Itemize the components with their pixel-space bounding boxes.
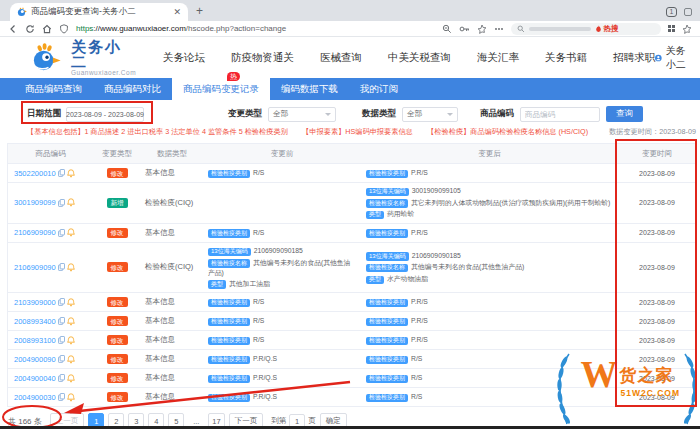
home-icon[interactable] xyxy=(42,24,52,34)
table-body: 3502200010 修改 基本信息 检验检疫类别R/S 检验检疫类别P.R/S… xyxy=(8,164,696,406)
hs-code-link[interactable]: 2103909000 xyxy=(14,298,56,307)
copy-icon[interactable] xyxy=(58,199,65,207)
nav-item[interactable]: 关务论坛 xyxy=(163,51,205,65)
url-text[interactable]: https ://www.guanwuxiaoer.com /hscode.ph… xyxy=(76,24,286,33)
copy-icon[interactable] xyxy=(58,355,65,363)
bell-icon[interactable] xyxy=(67,336,75,345)
copy-icon[interactable] xyxy=(58,169,65,177)
hs-code-link[interactable]: 2106909090 xyxy=(14,228,56,237)
bell-icon[interactable] xyxy=(67,228,75,237)
favorites-star-icon[interactable] xyxy=(682,24,692,34)
bell-icon[interactable] xyxy=(67,198,75,207)
new-tab-icon[interactable]: + xyxy=(196,4,203,18)
field-tag: 检验检疫类别 xyxy=(208,337,250,346)
change-detail-line: 检验检疫类别R/S xyxy=(366,392,422,402)
bell-icon[interactable] xyxy=(67,393,75,402)
hs-code-link[interactable]: 3001909099 xyxy=(14,198,56,207)
hs-code-link[interactable]: 2004900030 xyxy=(14,393,56,402)
key-icon[interactable] xyxy=(459,24,470,34)
site-logo[interactable]: 关务小二 Guanwuxiaoer.Com xyxy=(30,39,137,76)
copy-icon[interactable] xyxy=(58,393,65,401)
change-detail-line: 检验检疫名称其他编号未列名的食品(其他鱼油产品) xyxy=(366,262,524,272)
hot-badge: 热 xyxy=(227,72,240,81)
nav-item[interactable]: 中美关税查询 xyxy=(388,51,451,65)
data-type-label: 数据类型 xyxy=(362,108,396,120)
shield-icon[interactable] xyxy=(59,24,69,34)
tool-tab[interactable]: 商品编码查询 xyxy=(14,78,93,100)
table-row: 3502200010 修改 基本信息 检验检疫类别R/S 检验检疫类别P.R/S… xyxy=(8,164,696,183)
hs-code-link[interactable]: 2008993100 xyxy=(14,336,56,345)
table-row: 2008993400 修改 基本信息 检验检疫类别R/S 检验检疫类别P.R/S… xyxy=(8,312,696,331)
user-area[interactable]: 关务小二 xyxy=(655,44,688,72)
copy-icon[interactable] xyxy=(58,298,65,306)
tool-tab[interactable]: 我的订阅 xyxy=(349,78,409,100)
hot-search-link[interactable]: 热搜 xyxy=(595,24,619,34)
after-cell: 检验检疫类别P.R/S xyxy=(361,293,618,311)
bookmark-star-icon[interactable] xyxy=(477,24,487,34)
bell-icon[interactable] xyxy=(67,355,75,364)
apps-grid-icon[interactable] xyxy=(668,25,676,33)
nav-item[interactable]: 招聘求职 xyxy=(613,51,655,65)
tool-tab[interactable]: 商品编码变更记录热 xyxy=(172,78,270,100)
before-cell: 检验检疫类别R/S xyxy=(203,331,361,349)
change-detail-line: 检验检疫类别P.R/S xyxy=(366,316,428,326)
change-time-cell: 2023-08-09 xyxy=(618,183,696,223)
field-tag: 检验检疫类别 xyxy=(208,229,250,238)
filter-bar: 日期范围 2023-08-09 - 2023-08-09 变更类型 全部 数据类… xyxy=(0,106,700,122)
bell-icon[interactable] xyxy=(67,169,75,178)
browser-tab[interactable]: 商品编码变更查询-关务小二 ✕ xyxy=(10,3,188,21)
change-detail-line: 检验检疫类别P.R/S xyxy=(366,228,428,238)
field-tag: 检验检疫类别 xyxy=(366,229,408,238)
change-time-cell: 2023-08-09 xyxy=(618,164,696,182)
bell-icon[interactable] xyxy=(67,374,75,383)
hs-code-link[interactable]: 2004900040 xyxy=(14,374,56,383)
hs-code-link[interactable]: 2004900090 xyxy=(14,355,56,364)
change-detail-line: 检验检疫类别R/S xyxy=(366,354,422,364)
field-tag: 类型 xyxy=(366,276,384,285)
hs-code-link[interactable]: 2008993400 xyxy=(14,317,56,326)
close-icon[interactable]: ✕ xyxy=(173,8,181,17)
hs-code-input[interactable] xyxy=(520,107,600,122)
change-detail-line: 检验检疫类别R/S xyxy=(208,335,264,345)
nav-item[interactable]: 防疫物资通关 xyxy=(231,51,294,65)
change-type-badge: 修改 xyxy=(107,392,128,402)
browser-profile-icon[interactable] xyxy=(684,8,692,16)
data-type-cell: 检验检疫(CIQ) xyxy=(141,183,203,223)
tool-tab[interactable]: 商品编码对比 xyxy=(93,78,172,100)
change-detail-line: 检验检疫类别P.R/Q.S xyxy=(208,373,277,383)
hs-code-link[interactable]: 2106909090 xyxy=(14,263,56,272)
bell-icon[interactable] xyxy=(67,263,75,272)
window-count-badge[interactable]: 1 xyxy=(666,7,677,17)
copy-icon[interactable] xyxy=(58,374,65,382)
field-tag: 检验检疫名称 xyxy=(208,259,250,268)
zoom-out-icon[interactable] xyxy=(442,24,452,34)
table-row: 2106909090 修改 基本信息 检验检疫类别R/S 检验检疫类别P.R/S… xyxy=(8,224,696,243)
nav-item[interactable]: 关务书籍 xyxy=(545,51,587,65)
search-button[interactable]: 查询 xyxy=(606,106,643,122)
logo-title: 关务小二 xyxy=(71,39,137,69)
before-cell: 检验检疫类别R/S xyxy=(203,164,361,182)
bell-icon[interactable] xyxy=(67,298,75,307)
tool-tab[interactable]: 编码数据下载 xyxy=(270,78,349,100)
nav-item[interactable]: 医械查询 xyxy=(320,51,362,65)
hs-code-link[interactable]: 3502200010 xyxy=(14,169,56,178)
copy-icon[interactable] xyxy=(58,263,65,271)
reload-icon[interactable] xyxy=(25,24,35,34)
copy-icon[interactable] xyxy=(58,336,65,344)
field-tag: 检验检疫类别 xyxy=(208,375,250,384)
nav-item[interactable]: 海关汇率 xyxy=(477,51,519,65)
copy-icon[interactable] xyxy=(58,229,65,237)
date-range-input[interactable]: 2023-08-09 - 2023-08-09 xyxy=(66,107,144,122)
back-icon[interactable] xyxy=(8,24,18,34)
browser-search-box[interactable]: 热搜 xyxy=(511,23,661,35)
copy-icon[interactable] xyxy=(58,317,65,325)
change-type-select[interactable]: 全部 xyxy=(268,107,336,122)
more-icon[interactable] xyxy=(494,24,504,34)
field-tag: 13位海关编码 xyxy=(366,188,409,197)
change-time-cell: 2023-08-09 xyxy=(618,224,696,242)
url-host: ://www.guanwuxiaoer.com xyxy=(93,24,186,33)
data-type-select[interactable]: 全部 xyxy=(402,107,458,122)
bell-icon[interactable] xyxy=(67,317,75,326)
before-cell: 检验检疫类别R/S xyxy=(203,312,361,330)
data-type-cell: 基本信息 xyxy=(141,388,203,406)
